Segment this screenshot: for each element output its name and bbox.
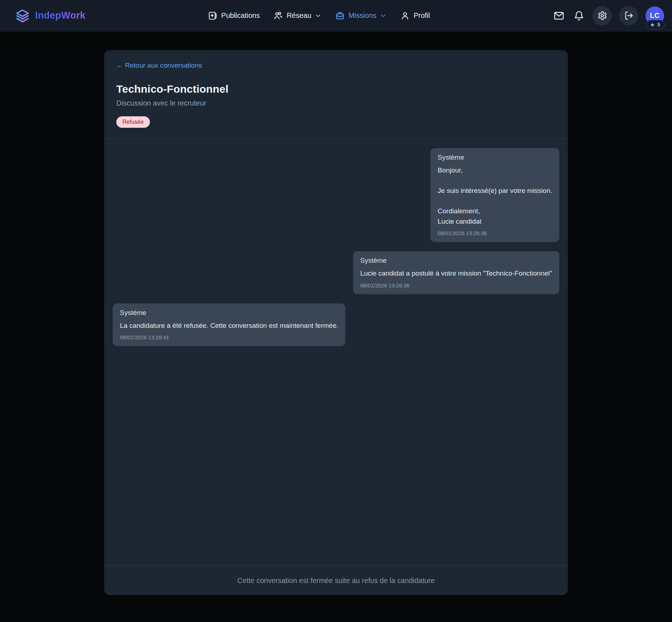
message-bubble: Système La candidature a été refusée. Ce… bbox=[113, 303, 345, 346]
nav-item-publications[interactable]: Publications bbox=[208, 11, 260, 20]
nav-item-reseau[interactable]: Réseau bbox=[273, 11, 322, 20]
gear-icon bbox=[598, 11, 607, 20]
mail-icon bbox=[554, 10, 564, 21]
settings-button[interactable] bbox=[593, 6, 612, 25]
nav-item-missions[interactable]: Missions bbox=[335, 11, 387, 20]
message-sender: Système bbox=[120, 309, 338, 317]
message-timestamp: 08/01/2026 13:26:36 bbox=[360, 282, 552, 288]
conversation-card: ← Retour aux conversations Technico-Fonc… bbox=[104, 50, 568, 595]
brand-name: IndepWork bbox=[35, 10, 86, 21]
message-timestamp: 08/01/2026 13:28:41 bbox=[120, 334, 338, 340]
user-icon bbox=[400, 11, 410, 20]
brand-logo-group[interactable]: IndepWork bbox=[15, 8, 86, 23]
status-badge: Refusée bbox=[116, 116, 150, 128]
message-bubble: Système Bonjour, Je suis intéressé(e) pa… bbox=[430, 148, 559, 242]
top-navigation-bar: IndepWork Publications Réseau bbox=[0, 0, 672, 31]
message-body: Lucie candidat a postulé à votre mission… bbox=[360, 268, 552, 279]
star-icon: ★ bbox=[650, 22, 655, 28]
conversation-title: Technico-Fonctionnel bbox=[116, 83, 556, 95]
message-sender: Système bbox=[360, 257, 552, 264]
chevron-down-icon bbox=[315, 12, 322, 19]
messages-button[interactable] bbox=[552, 9, 565, 22]
conversation-closed-notice: Cette conversation est fermée suite au r… bbox=[104, 566, 568, 595]
score-value: 5 bbox=[657, 21, 660, 28]
nav-label-profil: Profil bbox=[414, 11, 430, 20]
logout-icon bbox=[624, 11, 634, 20]
back-to-conversations-link[interactable]: ← Retour aux conversations bbox=[116, 62, 202, 69]
chevron-down-icon bbox=[380, 12, 387, 19]
message-bubble: Système Lucie candidat a postulé à votre… bbox=[353, 251, 559, 294]
message-timestamp: 08/01/2026 13:26:36 bbox=[438, 230, 552, 236]
nav-label-publications: Publications bbox=[221, 11, 260, 20]
messages-area: Système Bonjour, Je suis intéressé(e) pa… bbox=[104, 139, 568, 566]
bell-icon bbox=[574, 10, 584, 21]
network-users-icon bbox=[273, 11, 283, 20]
nav-label-reseau: Réseau bbox=[287, 11, 311, 20]
layers-logo-icon bbox=[15, 8, 30, 23]
conversation-header: ← Retour aux conversations Technico-Fonc… bbox=[104, 50, 568, 139]
briefcase-icon bbox=[335, 11, 345, 20]
message-body: Bonjour, Je suis intéressé(e) par votre … bbox=[438, 165, 552, 227]
message-body: La candidature a été refusée. Cette conv… bbox=[120, 321, 338, 331]
primary-nav: Publications Réseau Missions bbox=[208, 11, 430, 20]
nav-item-profil[interactable]: Profil bbox=[400, 11, 430, 20]
conversation-subtitle: Discussion avec le recruteur bbox=[116, 99, 556, 107]
message-sender: Système bbox=[438, 154, 552, 161]
publications-icon bbox=[208, 11, 217, 20]
nav-label-missions: Missions bbox=[349, 11, 376, 20]
notifications-button[interactable] bbox=[573, 9, 585, 22]
score-badge: ★ 5 bbox=[646, 20, 665, 29]
logout-button[interactable] bbox=[619, 6, 638, 25]
